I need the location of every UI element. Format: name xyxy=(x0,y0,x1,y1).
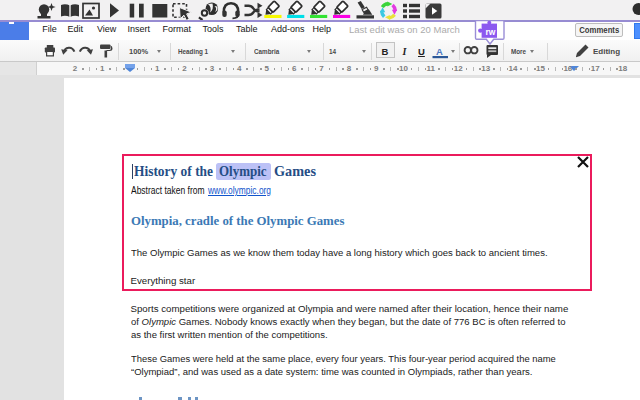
svg-text:rw: rw xyxy=(486,27,496,37)
